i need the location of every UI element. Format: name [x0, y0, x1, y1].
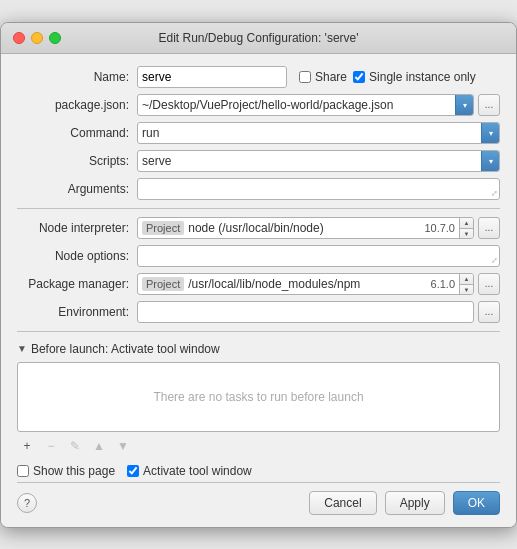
bottom-buttons: ? Cancel Apply OK [17, 482, 500, 515]
scripts-row: Scripts: serve ▾ [17, 150, 500, 172]
ok-button[interactable]: OK [453, 491, 500, 515]
launch-toolbar: + − ✎ ▲ ▼ [17, 432, 500, 460]
package-manager-spin-up[interactable]: ▲ [460, 274, 473, 286]
traffic-lights [13, 32, 61, 44]
launch-empty-text: There are no tasks to run before launch [153, 390, 363, 404]
node-interpreter-label: Node interpreter: [17, 221, 137, 235]
collapse-icon: ▼ [17, 343, 27, 354]
command-row: Command: run ▾ [17, 122, 500, 144]
show-page-checkbox-label: Show this page [17, 464, 115, 478]
scripts-select[interactable]: serve ▾ [137, 150, 500, 172]
command-control: run ▾ [137, 122, 500, 144]
cancel-button[interactable]: Cancel [309, 491, 376, 515]
activate-window-label: Activate tool window [143, 464, 252, 478]
package-manager-row: Package manager: Project /usr/local/lib/… [17, 273, 500, 295]
package-manager-version: 6.1.0 [431, 278, 455, 290]
package-json-dropdown-arrow: ▾ [455, 95, 473, 116]
node-interpreter-row: Node interpreter: Project node (/usr/loc… [17, 217, 500, 239]
package-manager-dots-button[interactable]: ... [478, 273, 500, 295]
environment-row: Environment: ... [17, 301, 500, 323]
launch-box: There are no tasks to run before launch [17, 362, 500, 432]
share-area: Share Single instance only [299, 70, 476, 84]
environment-dots-button[interactable]: ... [478, 301, 500, 323]
edit-task-button[interactable]: ✎ [65, 436, 85, 456]
before-launch-label: Before launch: Activate tool window [31, 342, 220, 356]
maximize-button[interactable] [49, 32, 61, 44]
node-interpreter-value: node (/usr/local/bin/node) [188, 221, 422, 235]
bottom-options: Show this page Activate tool window [17, 460, 500, 482]
show-page-label: Show this page [33, 464, 115, 478]
node-spin-down[interactable]: ▼ [460, 229, 473, 239]
scripts-value: serve [142, 154, 495, 168]
node-options-label: Node options: [17, 249, 137, 263]
node-options-input[interactable] [137, 245, 500, 267]
package-manager-spin-down[interactable]: ▼ [460, 285, 473, 295]
scripts-label: Scripts: [17, 154, 137, 168]
divider-1 [17, 208, 500, 209]
share-checkbox-label: Share [299, 70, 347, 84]
before-launch-section: ▼ Before launch: Activate tool window Th… [17, 340, 500, 460]
apply-button[interactable]: Apply [385, 491, 445, 515]
single-instance-text: Single instance only [369, 70, 476, 84]
activate-window-checkbox[interactable] [127, 465, 139, 477]
node-interpreter-control: Project node (/usr/local/bin/node) 10.7.… [137, 217, 500, 239]
node-spin-up[interactable]: ▲ [460, 218, 473, 230]
arguments-wrapper: ⤢ [137, 178, 500, 200]
scripts-dropdown-arrow: ▾ [481, 151, 499, 172]
move-up-button[interactable]: ▲ [89, 436, 109, 456]
name-input[interactable] [137, 66, 287, 88]
command-select[interactable]: run ▾ [137, 122, 500, 144]
package-manager-value: /usr/local/lib/node_modules/npm [188, 277, 428, 291]
package-json-row: package.json: ~/Desktop/VueProject/hello… [17, 94, 500, 116]
arguments-row: Arguments: ⤢ [17, 178, 500, 200]
package-manager-label: Package manager: [17, 277, 137, 291]
command-dropdown-arrow: ▾ [481, 123, 499, 144]
package-manager-tag: Project [142, 277, 184, 291]
package-json-select[interactable]: ~/Desktop/VueProject/hello-world/package… [137, 94, 474, 116]
package-manager-control: Project /usr/local/lib/node_modules/npm … [137, 273, 500, 295]
node-version: 10.7.0 [424, 222, 455, 234]
help-button[interactable]: ? [17, 493, 37, 513]
name-control: Share Single instance only [137, 66, 500, 88]
main-window: Edit Run/Debug Configuration: 'serve' Na… [0, 22, 517, 528]
before-launch-header[interactable]: ▼ Before launch: Activate tool window [17, 340, 500, 358]
add-task-button[interactable]: + [17, 436, 37, 456]
node-interpreter-select[interactable]: Project node (/usr/local/bin/node) 10.7.… [137, 217, 474, 239]
environment-label: Environment: [17, 305, 137, 319]
package-json-control: ~/Desktop/VueProject/hello-world/package… [137, 94, 500, 116]
node-spinner[interactable]: ▲ ▼ [459, 218, 473, 239]
package-manager-spinner[interactable]: ▲ ▼ [459, 274, 473, 295]
share-label: Share [315, 70, 347, 84]
command-label: Command: [17, 126, 137, 140]
arguments-input[interactable] [137, 178, 500, 200]
package-json-dots-button[interactable]: ... [478, 94, 500, 116]
node-options-wrapper: ⤢ [137, 245, 500, 267]
minimize-button[interactable] [31, 32, 43, 44]
form-content: Name: Share Single instance only package… [1, 54, 516, 527]
remove-task-button[interactable]: − [41, 436, 61, 456]
move-down-button[interactable]: ▼ [113, 436, 133, 456]
node-interpreter-tag: Project [142, 221, 184, 235]
package-json-value: ~/Desktop/VueProject/hello-world/package… [142, 98, 469, 112]
environment-input[interactable] [137, 301, 474, 323]
single-instance-label: Single instance only [353, 70, 476, 84]
command-value: run [142, 126, 495, 140]
activate-window-checkbox-label: Activate tool window [127, 464, 252, 478]
arguments-label: Arguments: [17, 182, 137, 196]
node-dots-button[interactable]: ... [478, 217, 500, 239]
single-instance-checkbox[interactable] [353, 71, 365, 83]
package-json-label: package.json: [17, 98, 137, 112]
window-title: Edit Run/Debug Configuration: 'serve' [158, 31, 358, 45]
title-bar: Edit Run/Debug Configuration: 'serve' [1, 23, 516, 54]
name-label: Name: [17, 70, 137, 84]
node-options-row: Node options: ⤢ [17, 245, 500, 267]
package-manager-select[interactable]: Project /usr/local/lib/node_modules/npm … [137, 273, 474, 295]
share-checkbox[interactable] [299, 71, 311, 83]
close-button[interactable] [13, 32, 25, 44]
scripts-control: serve ▾ [137, 150, 500, 172]
name-row: Name: Share Single instance only [17, 66, 500, 88]
environment-control: ... [137, 301, 500, 323]
show-page-checkbox[interactable] [17, 465, 29, 477]
divider-2 [17, 331, 500, 332]
